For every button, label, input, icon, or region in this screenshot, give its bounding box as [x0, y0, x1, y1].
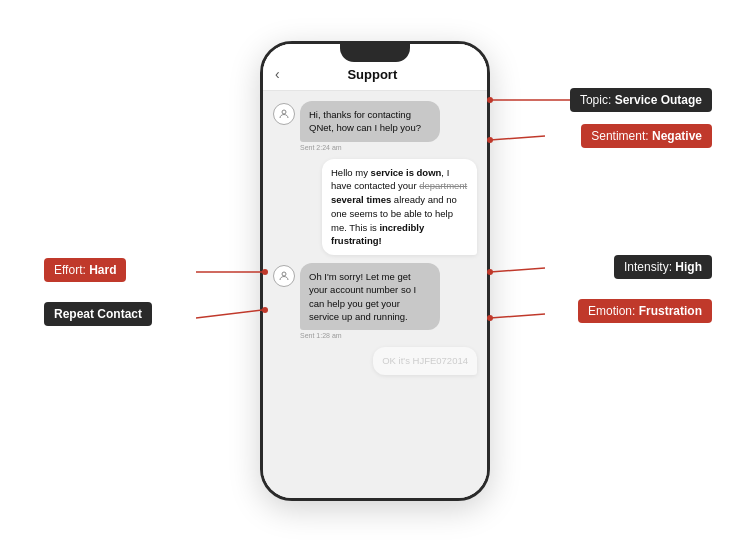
bot-message-2: Oh I'm sorry! Let me get your account nu… [300, 263, 440, 330]
list-item: Hi, thanks for contacting QNet, how can … [273, 101, 477, 151]
phone-notch [340, 44, 410, 62]
sentiment-value: Negative [652, 129, 702, 143]
svg-line-10 [490, 268, 545, 272]
intensity-value: High [675, 260, 702, 274]
intensity-annotation: Intensity: High [614, 255, 712, 279]
svg-line-4 [490, 136, 545, 140]
sentiment-annotation: Sentiment: Negative [581, 124, 712, 148]
back-button[interactable]: ‹ [275, 66, 280, 82]
emotion-value: Frustration [639, 304, 702, 318]
list-item: Oh I'm sorry! Let me get your account nu… [273, 263, 477, 339]
keyword-frustrating: incredibly frustrating! [331, 222, 424, 247]
sentiment-label: Sentiment: [591, 129, 652, 143]
intensity-label: Intensity: [624, 260, 675, 274]
svg-line-12 [490, 314, 545, 318]
emotion-annotation: Emotion: Frustration [578, 299, 712, 323]
keyword-department: department [419, 180, 467, 191]
bot-message-1: Hi, thanks for contacting QNet, how can … [300, 101, 440, 142]
user-message-1: Hello my service is down, I have contact… [322, 159, 477, 256]
keyword-service-down: service is down [371, 167, 442, 178]
user-message-2: OK it's HJFE072014 [373, 347, 477, 374]
avatar [273, 103, 295, 125]
svg-point-1 [282, 272, 286, 276]
messages-area: Hi, thanks for contacting QNet, how can … [263, 91, 487, 498]
phone-screen: ‹ Support Hi, thanks for contacting QNet… [263, 44, 487, 498]
effort-annotation: Effort: Hard [44, 258, 126, 282]
effort-value: Hard [89, 263, 116, 277]
svg-point-0 [282, 110, 286, 114]
message-time-2: Sent 1:28 am [300, 332, 477, 339]
message-time-1: Sent 2:24 am [300, 144, 477, 151]
topic-annotation: Topic: Service Outage [570, 88, 712, 112]
list-item: Hello my service is down, I have contact… [273, 159, 477, 256]
svg-line-8 [196, 310, 262, 318]
keyword-several-times: several times [331, 194, 391, 205]
phone-frame: ‹ Support Hi, thanks for contacting QNet… [260, 41, 490, 501]
topic-value: Service Outage [615, 93, 702, 107]
topic-label: Topic: [580, 93, 615, 107]
repeat-contact-label: Repeat Contact [54, 307, 142, 321]
emotion-label: Emotion: [588, 304, 639, 318]
repeat-contact-annotation: Repeat Contact [44, 302, 152, 326]
effort-label: Effort: [54, 263, 89, 277]
avatar [273, 265, 295, 287]
chat-title: Support [288, 67, 457, 82]
list-item: OK it's HJFE072014 [273, 347, 477, 374]
